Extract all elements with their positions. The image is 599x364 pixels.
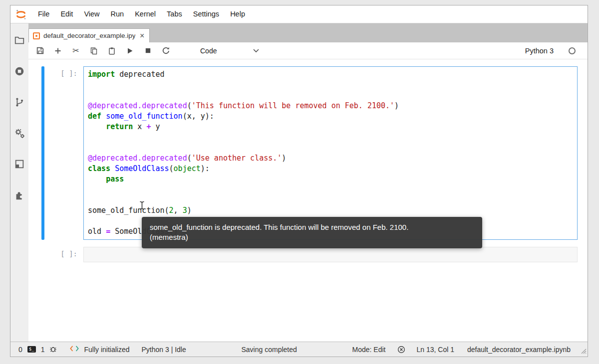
gears-icon[interactable] — [13, 127, 25, 139]
text-cursor-pointer — [139, 201, 145, 212]
kernel-status[interactable]: Python 3 | Idle — [141, 346, 186, 354]
notebook-toolbar: ✂ Code — [28, 42, 588, 59]
lsp-status[interactable]: Fully initialized — [70, 345, 129, 354]
kernel-name[interactable]: Python 3 — [525, 47, 554, 55]
filename-status: default_decorator_example.ipynb — [467, 346, 571, 354]
code-cell-2: [ ]: — [28, 247, 588, 262]
tooltip-line-1: some_old_function is deprecated. This fu… — [150, 222, 474, 232]
resize-grip[interactable] — [580, 347, 587, 356]
file-browser-icon[interactable] — [13, 34, 25, 46]
left-sidebar — [10, 23, 28, 342]
filename-text: default_decorator_example.ipynb — [467, 346, 571, 354]
menu-run[interactable]: Run — [105, 5, 130, 23]
jupyterlab-window: File Edit View Run Kernel Tabs Settings … — [10, 5, 588, 357]
running-sessions-status[interactable]: 0 $_ 1 — [18, 345, 57, 354]
notebook-tab[interactable]: default_decorator_example.ipynb × — [28, 28, 150, 42]
paste-cells-button[interactable] — [107, 46, 116, 55]
code-check-icon — [70, 345, 79, 354]
mode-text: Mode: Edit — [352, 346, 386, 354]
menu-edit[interactable]: Edit — [55, 5, 78, 23]
notebook-tools-icon[interactable] — [13, 158, 25, 170]
tab-close-icon[interactable]: × — [139, 32, 145, 40]
dock-tab-bar: default_decorator_example.ipynb × — [28, 23, 588, 42]
menu-settings[interactable]: Settings — [188, 5, 225, 23]
menu-kernel[interactable]: Kernel — [129, 5, 161, 23]
git-icon[interactable] — [13, 96, 25, 108]
save-button[interactable] — [35, 46, 44, 55]
jupyter-logo-icon — [14, 8, 27, 21]
chevron-down-icon — [253, 49, 259, 53]
running-sessions-icon[interactable] — [13, 65, 25, 77]
menu-bar: File Edit View Run Kernel Tabs Settings … — [10, 5, 588, 23]
tooltip-line-2: (memestra) — [150, 232, 474, 242]
lsp-status-text: Fully initialized — [84, 346, 129, 354]
run-cell-button[interactable] — [125, 46, 134, 55]
menu-tabs[interactable]: Tabs — [161, 5, 188, 23]
cell-type-dropdown[interactable]: Code — [200, 47, 259, 55]
menu-help[interactable]: Help — [225, 5, 251, 23]
extensions-icon[interactable] — [13, 189, 25, 201]
stop-kernel-button[interactable] — [143, 46, 152, 55]
notebook-panel[interactable]: [ ]: import deprecated @deprecated.depre… — [28, 59, 588, 342]
cell-type-value: Code — [200, 47, 217, 55]
notebook-icon — [33, 32, 40, 39]
notifications-icon[interactable] — [397, 346, 405, 354]
copy-cells-button[interactable] — [89, 46, 98, 55]
kernels-count: 1 — [41, 346, 45, 354]
code-cell-1: [ ]: import deprecated @deprecated.depre… — [28, 66, 588, 240]
cursor-position-text: Ln 13, Col 1 — [416, 346, 454, 354]
saving-status: Saving completed — [241, 346, 297, 354]
add-cell-button[interactable] — [53, 46, 62, 55]
cut-cells-button[interactable]: ✂ — [71, 46, 80, 55]
kernel-status-text: Python 3 | Idle — [141, 346, 186, 354]
kernel-status-icon[interactable] — [569, 47, 576, 54]
bug-icon — [49, 345, 57, 354]
cursor-position-status[interactable]: Ln 13, Col 1 — [416, 346, 454, 354]
terminal-icon: $_ — [27, 346, 36, 353]
menu-file[interactable]: File — [32, 5, 55, 23]
input-prompt: [ ]: — [44, 66, 83, 240]
status-bar: 0 $_ 1 Fully initialized Python 3 | I — [10, 342, 588, 357]
empty-code-editor[interactable] — [83, 247, 578, 262]
menu-view[interactable]: View — [78, 5, 105, 23]
deprecation-tooltip: some_old_function is deprecated. This fu… — [142, 217, 482, 248]
terminals-count: 0 — [18, 346, 22, 354]
tab-title: default_decorator_example.ipynb — [43, 32, 135, 39]
code-editor[interactable]: import deprecated @deprecated.deprecated… — [83, 66, 578, 240]
mode-status: Mode: Edit — [352, 346, 386, 354]
input-prompt: [ ]: — [44, 247, 83, 262]
restart-kernel-button[interactable] — [161, 46, 170, 55]
